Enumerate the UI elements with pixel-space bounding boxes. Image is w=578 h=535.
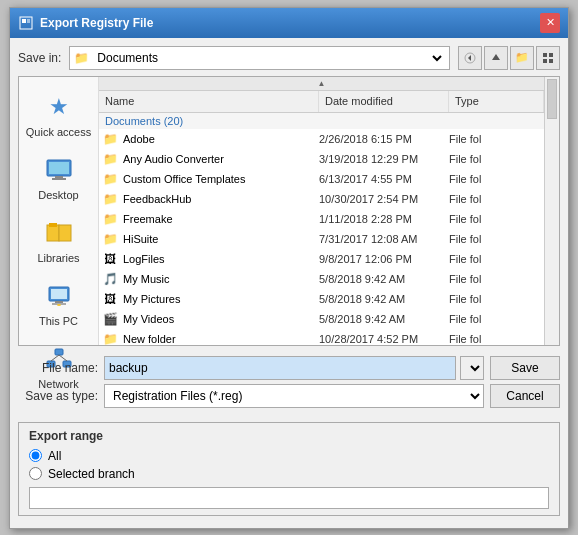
file-icon: 📁 [101, 210, 119, 228]
save-in-select[interactable]: 📁 Documents [69, 46, 450, 70]
col-header-date[interactable]: Date modified [319, 91, 449, 112]
col-header-name[interactable]: Name [99, 91, 319, 112]
table-row[interactable]: 🖼 LogFiles 9/8/2017 12:06 PM File fol [99, 249, 544, 269]
sidebar-label-desktop: Desktop [38, 189, 78, 201]
main-area: ★ Quick access Desktop [18, 76, 560, 346]
savetype-input-wrap: Registration Files (*.reg) [104, 384, 484, 408]
svg-rect-17 [49, 223, 57, 227]
dialog-title: Export Registry File [40, 16, 153, 30]
back-button[interactable] [458, 46, 482, 70]
table-row[interactable]: 🎵 My Music 5/8/2018 9:42 AM File fol [99, 269, 544, 289]
file-icon: 📁 [101, 330, 119, 345]
file-type: File fol [449, 253, 542, 265]
sidebar-label-quick-access: Quick access [26, 126, 91, 138]
save-in-dropdown[interactable]: Documents [93, 50, 445, 66]
file-type: File fol [449, 153, 542, 165]
file-date: 3/19/2018 12:29 PM [319, 153, 449, 165]
sidebar-item-quick-access[interactable]: ★ Quick access [19, 85, 98, 144]
file-type: File fol [449, 233, 542, 245]
save-in-row: Save in: 📁 Documents 📁 [18, 46, 560, 70]
filename-input-wrap [104, 356, 484, 380]
sidebar-item-this-pc[interactable]: This PC [19, 274, 98, 333]
svg-marker-6 [492, 54, 500, 60]
svg-rect-20 [55, 301, 63, 303]
col-header-type[interactable]: Type [449, 91, 544, 112]
radio-selected-row: Selected branch [29, 467, 549, 481]
svg-rect-1 [22, 19, 26, 23]
branch-input[interactable] [29, 487, 549, 509]
file-name: Freemake [119, 213, 319, 225]
up-button[interactable] [484, 46, 508, 70]
filename-select[interactable] [460, 356, 484, 380]
file-icon: 📁 [101, 170, 119, 188]
table-row[interactable]: 📁 Any Audio Converter 3/19/2018 12:29 PM… [99, 149, 544, 169]
file-date: 5/8/2018 9:42 AM [319, 273, 449, 285]
file-name: Custom Office Templates [119, 173, 319, 185]
file-type: File fol [449, 133, 542, 145]
file-list-header: Name Date modified Type [99, 91, 544, 113]
group-label: Documents (20) [99, 113, 544, 129]
file-date: 5/8/2018 9:42 AM [319, 313, 449, 325]
file-name: Any Audio Converter [119, 153, 319, 165]
svg-rect-16 [59, 225, 71, 241]
desktop-icon [43, 154, 75, 186]
file-icon: 🖼 [101, 250, 119, 268]
table-row[interactable]: 📁 Custom Office Templates 6/13/2017 4:55… [99, 169, 544, 189]
table-row[interactable]: 📁 FeedbackHub 10/30/2017 2:54 PM File fo… [99, 189, 544, 209]
toolbar-buttons: 📁 [458, 46, 560, 70]
file-type: File fol [449, 213, 542, 225]
file-list[interactable]: Documents (20) 📁 Adobe 2/26/2018 6:15 PM… [99, 113, 544, 345]
table-row[interactable]: 📁 Adobe 2/26/2018 6:15 PM File fol [99, 129, 544, 149]
radio-selected[interactable] [29, 467, 42, 480]
file-icon: 📁 [101, 230, 119, 248]
filename-input[interactable] [104, 356, 456, 380]
file-type: File fol [449, 173, 542, 185]
new-folder-button[interactable]: 📁 [510, 46, 534, 70]
svg-rect-10 [549, 59, 553, 63]
savetype-select[interactable]: Registration Files (*.reg) [104, 384, 484, 408]
file-icon: 🎵 [101, 270, 119, 288]
radio-selected-label: Selected branch [48, 467, 135, 481]
file-date: 9/8/2017 12:06 PM [319, 253, 449, 265]
save-button[interactable]: Save [490, 356, 560, 380]
file-name: New folder [119, 333, 319, 345]
folder-icon: 📁 [74, 51, 89, 65]
file-name: My Music [119, 273, 319, 285]
file-date: 2/26/2018 6:15 PM [319, 133, 449, 145]
table-row[interactable]: 🎬 My Videos 5/8/2018 9:42 AM File fol [99, 309, 544, 329]
svg-rect-13 [55, 176, 63, 178]
file-name: FeedbackHub [119, 193, 319, 205]
this-pc-icon [43, 280, 75, 312]
svg-point-22 [57, 304, 61, 306]
savetype-label: Save as type: [18, 389, 98, 403]
svg-rect-12 [49, 162, 69, 174]
table-row[interactable]: 📁 HiSuite 7/31/2017 12:08 AM File fol [99, 229, 544, 249]
file-date: 10/30/2017 2:54 PM [319, 193, 449, 205]
file-icon: 📁 [101, 150, 119, 168]
cancel-button[interactable]: Cancel [490, 384, 560, 408]
export-range-title: Export range [29, 429, 549, 443]
file-list-area: ▲ Name Date modified Type Documents (20)… [99, 77, 544, 345]
svg-rect-14 [52, 178, 66, 180]
file-icon: 🎬 [101, 310, 119, 328]
scrollbar[interactable] [544, 77, 559, 345]
file-type: File fol [449, 293, 542, 305]
views-button[interactable] [536, 46, 560, 70]
sidebar-item-libraries[interactable]: Libraries [19, 211, 98, 270]
file-icon: 🖼 [101, 290, 119, 308]
file-name: HiSuite [119, 233, 319, 245]
filename-label: File name: [18, 361, 98, 375]
sidebar-item-desktop[interactable]: Desktop [19, 148, 98, 207]
table-row[interactable]: 🖼 My Pictures 5/8/2018 9:42 AM File fol [99, 289, 544, 309]
bottom-fields: File name: Save Save as type: Registrati… [18, 352, 560, 412]
svg-rect-8 [549, 53, 553, 57]
close-button[interactable]: ✕ [540, 13, 560, 33]
svg-rect-9 [543, 59, 547, 63]
radio-all[interactable] [29, 449, 42, 462]
radio-all-row: All [29, 449, 549, 463]
svg-rect-19 [51, 289, 67, 299]
table-row[interactable]: 📁 Freemake 1/11/2018 2:28 PM File fol [99, 209, 544, 229]
dialog-icon [18, 15, 34, 31]
table-row[interactable]: 📁 New folder 10/28/2017 4:52 PM File fol [99, 329, 544, 345]
file-name: Adobe [119, 133, 319, 145]
